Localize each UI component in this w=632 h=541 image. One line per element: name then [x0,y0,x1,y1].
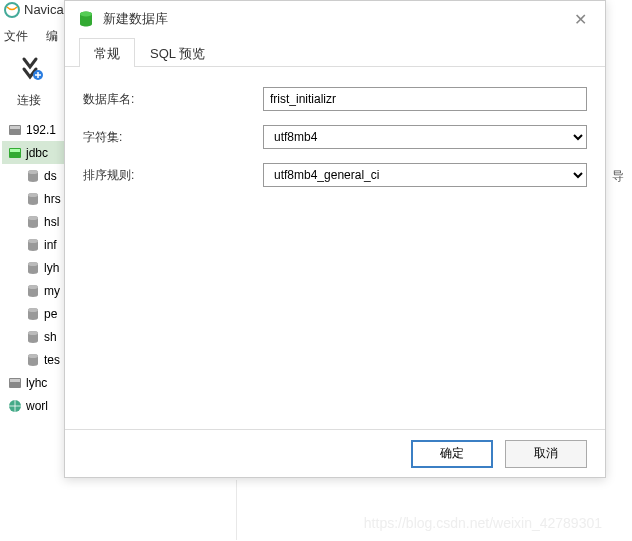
tree-label: inf [44,238,57,252]
svg-point-15 [28,262,38,266]
database-icon [26,238,40,252]
tree-label: worl [26,399,48,413]
dialog-footer: 确定 取消 [65,429,605,477]
svg-rect-3 [10,126,20,129]
svg-point-9 [28,193,38,197]
svg-point-17 [28,285,38,289]
watermark: https://blog.csdn.net/weixin_42789301 [364,515,602,531]
database-icon [77,10,95,28]
new-database-dialog: 新建数据库 ✕ 常规 SQL 预览 数据库名: 字符集: utf8mb4 排序规… [64,0,606,478]
tab-sql-preview[interactable]: SQL 预览 [135,38,220,67]
tree-item-server[interactable]: worl [2,394,72,417]
svg-point-19 [28,308,38,312]
dialog-titlebar: 新建数据库 ✕ [65,1,605,37]
right-panel-label: 导 [612,168,624,185]
svg-point-21 [28,331,38,335]
database-icon [26,330,40,344]
connection-tree: 192.1 jdbc ds hrs hsl inf lyh my pe sh t… [2,118,72,417]
collation-label: 排序规则: [83,167,263,184]
database-icon [26,192,40,206]
tree-label: lyhc [26,376,47,390]
tree-label: my [44,284,60,298]
svg-point-28 [80,12,92,17]
database-icon [26,284,40,298]
connect-label: 连接 [17,92,41,109]
database-icon [26,215,40,229]
svg-rect-25 [10,379,20,382]
ok-button[interactable]: 确定 [411,440,493,468]
globe-icon [8,399,22,413]
tree-item-server[interactable]: lyhc [2,371,72,394]
dbname-input[interactable] [263,87,587,111]
menu-file[interactable]: 文件 [4,28,28,45]
tree-label: hrs [44,192,61,206]
collation-select[interactable]: utf8mb4_general_ci [263,163,587,187]
charset-label: 字符集: [83,129,263,146]
close-icon[interactable]: ✕ [568,10,593,29]
tree-item-db[interactable]: inf [2,233,72,256]
menu-edit[interactable]: 编 [46,28,58,45]
server-icon [8,123,22,137]
tree-item-server[interactable]: jdbc [2,141,72,164]
charset-select[interactable]: utf8mb4 [263,125,587,149]
svg-point-13 [28,239,38,243]
database-icon [26,169,40,183]
tree-item-server[interactable]: 192.1 [2,118,72,141]
database-icon [26,307,40,321]
tree-item-db[interactable]: ds [2,164,72,187]
app-logo-icon [4,2,20,18]
tab-general[interactable]: 常规 [79,38,135,67]
cancel-button[interactable]: 取消 [505,440,587,468]
database-icon [26,353,40,367]
tree-item-db[interactable]: hrs [2,187,72,210]
tree-item-db[interactable]: lyh [2,256,72,279]
tree-label: pe [44,307,57,321]
server-icon [8,146,22,160]
divider [236,480,237,540]
tree-item-db[interactable]: sh [2,325,72,348]
tree-label: hsl [44,215,59,229]
tree-label: ds [44,169,57,183]
svg-point-23 [28,354,38,358]
database-icon [26,261,40,275]
tree-item-db[interactable]: pe [2,302,72,325]
svg-point-7 [28,170,38,174]
tree-label: lyh [44,261,59,275]
tree-label: jdbc [26,146,48,160]
tree-label: sh [44,330,57,344]
tree-label: tes [44,353,60,367]
tree-item-db[interactable]: hsl [2,210,72,233]
svg-rect-5 [10,149,20,152]
connect-icon[interactable] [16,55,46,88]
dialog-body: 数据库名: 字符集: utf8mb4 排序规则: utf8mb4_general… [65,67,605,221]
tree-item-db[interactable]: tes [2,348,72,371]
tree-label: 192.1 [26,123,56,137]
dbname-label: 数据库名: [83,91,263,108]
app-title: Navica [24,2,64,17]
server-icon [8,376,22,390]
tree-item-db[interactable]: my [2,279,72,302]
dialog-tabs: 常规 SQL 预览 [65,37,605,67]
dialog-title: 新建数据库 [103,10,168,28]
svg-point-11 [28,216,38,220]
